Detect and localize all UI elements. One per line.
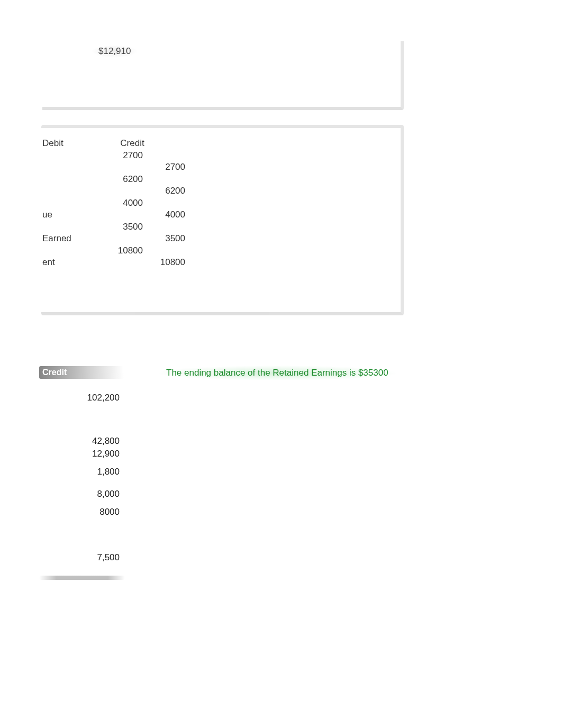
journal-row: 3500 xyxy=(37,221,185,233)
journal-row-debit: 4000 xyxy=(101,198,143,208)
journal-row-credit: 6200 xyxy=(143,186,185,196)
credit-value: 102,200 xyxy=(39,392,120,404)
credit-value: 8000 xyxy=(39,506,120,518)
journal-row-debit: 3500 xyxy=(101,222,143,232)
journal-row-debit: 2700 xyxy=(101,150,143,161)
journal-row-credit: 3500 xyxy=(143,233,185,244)
journal-row-credit: 4000 xyxy=(143,210,185,220)
journal-row-debit: 10800 xyxy=(101,245,143,256)
journal-row: 2700 xyxy=(37,161,185,174)
journal-row-label: ue xyxy=(37,210,101,220)
journal-row-debit: 6200 xyxy=(101,174,143,185)
credit-value: 12,900 xyxy=(39,448,120,460)
credit-value: 7,500 xyxy=(39,551,120,564)
journal-row-label: ent xyxy=(37,257,101,268)
journal-row: 6200 xyxy=(37,185,185,197)
journal-row-credit: 2700 xyxy=(143,162,185,172)
journal-row: 2700 xyxy=(37,150,185,162)
journal-header-row: Debit Credit xyxy=(37,138,185,150)
credit-value: 1,800 xyxy=(39,466,120,478)
credit-values-column: 102,20042,80012,9001,8008,00080007,500 xyxy=(39,392,120,564)
journal-header-debit: Debit xyxy=(37,138,69,149)
journal-header-credit: Credit xyxy=(111,138,153,149)
journal-row: 10800 xyxy=(37,245,185,257)
credit-value: 8,000 xyxy=(39,488,120,501)
journal-row: 4000 xyxy=(37,197,185,210)
credit-value: 42,800 xyxy=(39,435,120,448)
journal-row: Earned3500 xyxy=(37,233,185,245)
journal-row: 6200 xyxy=(37,174,185,186)
ending-balance-note: The ending balance of the Retained Earni… xyxy=(159,366,396,380)
journal-row-credit: 10800 xyxy=(143,257,185,268)
journal-entries-table: Debit Credit 27002700620062004000ue40003… xyxy=(37,138,185,269)
journal-row-label: Earned xyxy=(37,233,101,244)
bottom-divider xyxy=(39,576,125,580)
credit-column-header: Credit xyxy=(39,366,124,379)
journal-row: ent10800 xyxy=(37,257,185,269)
top-amount: $12,910 xyxy=(91,45,138,58)
journal-row: ue4000 xyxy=(37,209,185,221)
